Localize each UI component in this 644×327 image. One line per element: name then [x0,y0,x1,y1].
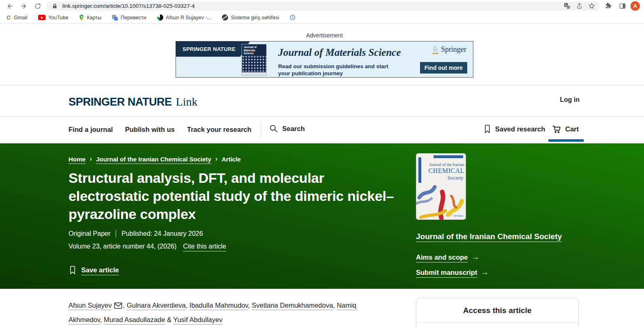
profile-site-icon [157,14,163,21]
bookmark-sistem[interactable]: Sistemə giriş səhifəsi [222,14,279,21]
article-title: Structural analysis, DFT, and molecular … [69,169,397,223]
share-icon[interactable] [575,2,584,10]
globe-icon [222,14,228,21]
padlock-icon[interactable] [50,2,59,10]
site-nav: Find a journal Publish with us Track you… [0,117,644,143]
ad-banner[interactable]: SPRINGER NATURE Journal of Materials Sci… [176,41,473,78]
arrow-right-icon: → [472,253,480,262]
nav-cart[interactable]: Cart [552,124,579,134]
youtube-icon [38,15,46,20]
bookmark-youtube[interactable]: YouTube [38,15,69,21]
side-panel-icon[interactable] [617,1,628,11]
login-link[interactable]: Log in [560,96,580,104]
journal-title-link[interactable]: Journal of the Iranian Chemical Society [416,232,580,241]
access-card-title: Access this article [416,298,578,322]
google-g-icon: G [7,14,11,21]
browser-window: link.springer.com/article/10.1007/s13738… [0,0,644,327]
bookmark-gmail[interactable]: G Gmail [7,14,27,21]
breadcrumb: Home › Journal of the Iranian Chemical S… [69,155,241,163]
bookmark-translate[interactable]: Перевести [112,15,146,21]
nav-publish-with-us[interactable]: Publish with us [125,126,175,134]
bookmarks-bar: G Gmail YouTube Карты Перевести Afsun R … [0,12,644,23]
ad-body-text: Read our submission guidelines and start… [278,63,397,77]
cover-dots-pattern [242,55,266,72]
nav-search[interactable]: Search [269,124,305,133]
springer-logo: ♘ Springer [432,45,466,54]
cart-active-indicator [548,139,584,142]
ad-section: Advertisement SPRINGER NATURE Journal of… [0,23,644,85]
volume-row: Volume 23, article number 44, (2026) Cit… [69,243,226,250]
svg-text:G: G [565,4,567,7]
chevron-right-icon: › [90,155,92,163]
article-type: Original Paper [69,230,110,237]
back-icon[interactable] [4,1,16,11]
bookmark-icon [483,124,491,134]
site-header: SPRINGER NATURELink Log in [0,85,644,117]
author-link[interactable]: Murad Asadullazade [104,316,165,323]
ad-label: Advertisement [176,32,473,39]
breadcrumb-home[interactable]: Home [69,156,86,163]
nav-saved-research[interactable]: Saved research [483,124,545,134]
ad-brand-box: SPRINGER NATURE [176,41,250,57]
breadcrumb-article: Article [222,156,241,163]
article-hero: Home › Journal of the Iranian Chemical S… [0,143,644,289]
bookmark-maps[interactable]: Карты [79,14,102,21]
email-icon[interactable] [114,300,122,313]
bookmark-icon [69,265,77,275]
search-icon [269,124,278,133]
history-clock-icon[interactable] [290,14,296,21]
reload-icon[interactable] [32,1,43,11]
journal-cover-image[interactable]: Journal of the Iranian CHEMICAL Society … [416,153,466,220]
profile-avatar[interactable]: A [630,1,640,11]
author-link[interactable]: Afsun Sujayev [69,302,112,309]
map-pin-icon [79,14,84,21]
breadcrumb-journal[interactable]: Journal of the Iranian Chemical Society [96,156,211,163]
aims-and-scope-link[interactable]: Aims and scope → [416,253,480,262]
volume-info: Volume 23, article number 44, (2026) [69,243,176,250]
translate-icon[interactable]: G [562,2,571,10]
forward-icon[interactable] [18,1,30,11]
author-link[interactable]: Yusif Abdullayev [173,316,222,323]
author-link[interactable]: Gulnara Akverdieva [127,302,186,309]
nav-divider [261,122,261,137]
nav-track-your-research[interactable]: Track your research [187,126,251,134]
translate-bookmark-icon [112,15,118,21]
author-list: Afsun Sujayev, Gulnara Akverdieva, Ibadu… [69,299,384,326]
url-text[interactable]: link.springer.com/article/10.1007/s13738… [62,3,559,9]
bookmark-afsun[interactable]: Afsun R Sujayev -... [157,14,211,21]
bookmark-star-icon[interactable] [587,2,596,10]
nav-find-a-journal[interactable]: Find a journal [69,126,113,134]
cart-icon [552,124,562,134]
url-bar[interactable]: link.springer.com/article/10.1007/s13738… [46,1,600,11]
cite-this-article-link[interactable]: Cite this article [183,243,226,250]
find-out-more-button[interactable]: Find out more [420,62,467,74]
ad-journal-cover: Journal of Materials Science [242,44,267,76]
author-link[interactable]: Svetlana Demukhamedova [252,302,333,309]
springer-nature-link-logo[interactable]: SPRINGER NATURELink [69,95,197,108]
extensions-icon[interactable] [603,1,614,11]
arrow-right-icon: → [481,268,489,277]
chevron-right-icon: › [215,155,217,163]
article-body-top: Afsun Sujayev, Gulnara Akverdieva, Ibadu… [0,289,644,327]
save-article-button[interactable]: Save article [69,265,119,275]
author-link[interactable]: Ibadulla Mahmudov [190,302,248,309]
submit-manuscript-link[interactable]: Submit manuscript → [416,268,489,277]
access-this-article-card: Access this article [416,298,579,327]
browser-toolbar: link.springer.com/article/10.1007/s13738… [0,0,644,12]
ad-headline: Journal of Materials Science [278,47,401,58]
article-meta-row: Original Paper Published: 24 January 202… [69,230,203,237]
springer-knight-icon: ♘ [432,45,438,54]
published-date: Published: 24 January 2026 [121,230,203,237]
